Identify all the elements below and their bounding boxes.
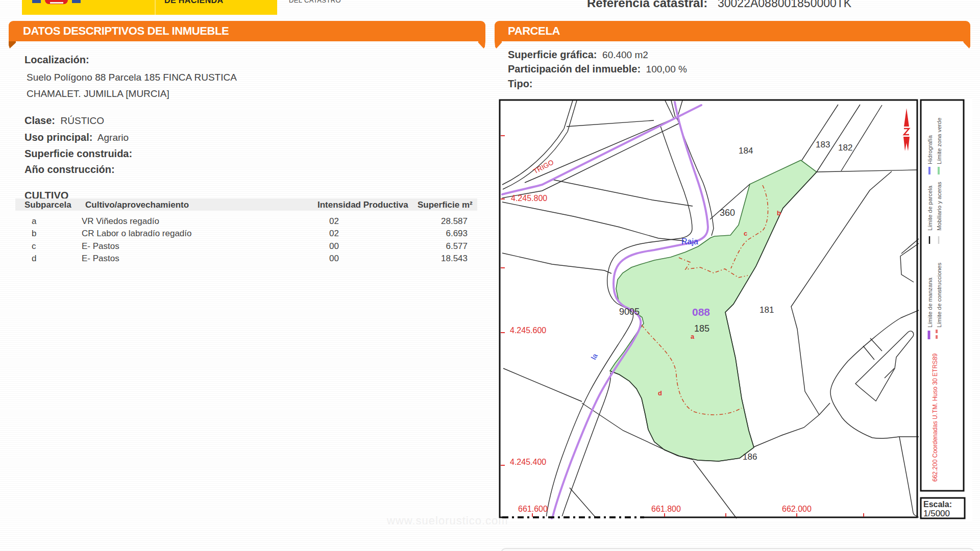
svg-text:662.200 Coordenadas U.TM. Huso: 662.200 Coordenadas U.TM. Huso 30 ETRS89 <box>932 353 939 482</box>
svg-text:Límite de parcela: Límite de parcela <box>927 185 933 231</box>
svg-text:Límite de manzana: Límite de manzana <box>927 278 933 328</box>
svg-text:182: 182 <box>838 143 852 153</box>
svg-text:9005: 9005 <box>619 307 640 317</box>
svg-text:b: b <box>777 209 781 217</box>
svg-text:4.245.600: 4.245.600 <box>510 326 546 335</box>
svg-text:183: 183 <box>816 140 830 149</box>
svg-text:662.000: 662.000 <box>782 505 812 513</box>
svg-text:Hidrografía: Hidrografía <box>927 135 933 164</box>
svg-text:185: 185 <box>694 323 709 334</box>
svg-text:181: 181 <box>760 305 774 315</box>
svg-text:661.600: 661.600 <box>518 505 548 513</box>
svg-text:Raja: Raja <box>681 237 698 246</box>
svg-text:d: d <box>658 389 662 397</box>
svg-text:184: 184 <box>739 146 753 156</box>
svg-text:Mobiliario y aceras: Mobiliario y aceras <box>936 182 942 231</box>
svg-text:360: 360 <box>720 208 735 218</box>
svg-text:Límite zona verde: Límite zona verde <box>936 118 942 164</box>
svg-text:4.245.800: 4.245.800 <box>511 194 547 203</box>
svg-text:Límite de construcciones: Límite de construcciones <box>936 263 942 328</box>
svg-text:a: a <box>691 333 695 340</box>
svg-text:c: c <box>744 230 747 237</box>
svg-text:4.245.400: 4.245.400 <box>510 458 546 466</box>
svg-text:Escala:: Escala: <box>923 500 952 509</box>
svg-text:088: 088 <box>692 306 710 318</box>
svg-text:186: 186 <box>743 452 757 462</box>
svg-text:661.800: 661.800 <box>651 505 681 513</box>
svg-text:1/5000: 1/5000 <box>923 509 950 518</box>
